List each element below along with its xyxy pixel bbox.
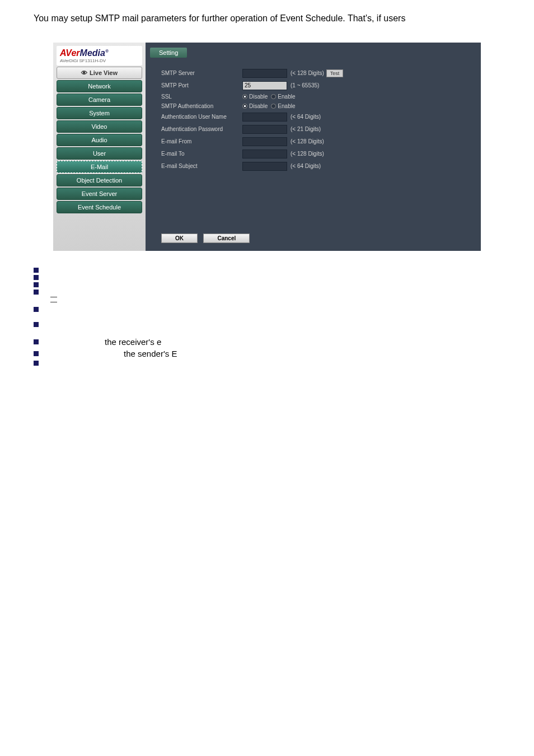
brand-logo: AVerMedia® AVerDiGi SF1311H-DV [57,46,142,66]
auth-user-input[interactable] [242,113,287,122]
config-screenshot: AVerMedia® AVerDiGi SF1311H-DV 👁 Live Vi… [53,43,481,251]
dash-icon [50,297,57,297]
sidebar-item-event-schedule[interactable]: Event Schedule [57,201,142,213]
sidebar-item-object-detection[interactable]: Object Detection [57,174,142,186]
sidebar-item-system[interactable]: System [57,107,142,119]
bullet-icon [34,307,39,312]
label-email-from: E-mail From [161,138,242,144]
row-email-subject: E-mail Subject (< 64 Digits) [161,162,465,171]
bullet-icon [34,282,39,287]
label-smtp-server: SMTP Server [161,70,242,76]
row-auth-pass: Authentication Password (< 21 Digits) [161,125,465,134]
main-panel: Setting SMTP Server (< 128 Digits) Test … [146,43,481,251]
sidebar: AVerMedia® AVerDiGi SF1311H-DV 👁 Live Vi… [53,43,146,251]
bullet-icon [34,268,39,273]
bullet-icon [34,339,39,344]
email-to-input[interactable] [242,150,287,158]
radio-icon [271,94,276,99]
label-auth-user: Authentication User Name [161,114,242,120]
hint-auth-pass: (< 21 Digits) [291,126,321,132]
sidebar-item-audio[interactable]: Audio [57,134,142,146]
label-smtp-auth: SMTP Authentication [161,103,242,109]
label-ssl: SSL [161,94,242,100]
bullet-icon [34,361,39,366]
hint-smtp-server: (< 128 Digits) [291,70,324,76]
row-auth-user: Authentication User Name (< 64 Digits) [161,113,465,122]
bullet-icon [34,351,39,356]
sidebar-item-email[interactable]: E-Mail [57,161,142,173]
dash-icon [50,302,57,302]
sidebar-item-user[interactable]: User [57,147,142,160]
ssl-disable-radio[interactable]: Disable [242,94,268,100]
row-email-to: E-mail To (< 128 Digits) [161,150,465,158]
hint-email-to: (< 128 Digits) [291,151,324,157]
email-from-input[interactable] [242,137,287,146]
row-email-from: E-mail From (< 128 Digits) [161,137,465,146]
smtp-server-input[interactable] [242,69,287,78]
hint-auth-user: (< 64 Digits) [291,114,321,120]
smtp-port-input[interactable] [242,81,287,90]
label-smtp-port: SMTP Port [161,82,242,88]
bullet-icon [34,275,39,280]
ok-button[interactable]: OK [161,234,198,243]
button-row: OK Cancel [150,232,476,243]
row-smtp-auth: SMTP Authentication Disable Enable [161,103,465,109]
hint-smtp-port: (1 ~ 65535) [291,82,319,88]
eye-icon: 👁 [81,69,87,76]
intro-paragraph: You may setup SMTP mail parameters for f… [0,0,534,43]
row-smtp-server: SMTP Server (< 128 Digits) Test [161,69,465,78]
live-view-button[interactable]: 👁 Live View [57,67,142,79]
bullet-icon [34,322,39,327]
sidebar-item-network[interactable]: Network [57,80,142,92]
tab-setting[interactable]: Setting [150,48,187,58]
bullet-text-sender: the sender's E [44,349,177,358]
cancel-button[interactable]: Cancel [203,234,250,243]
label-email-subject: E-mail Subject [161,163,242,169]
auth-disable-radio[interactable]: Disable [242,103,268,109]
test-button[interactable]: Test [326,69,344,77]
label-email-to: E-mail To [161,151,242,157]
hint-email-from: (< 128 Digits) [291,138,324,144]
sidebar-item-camera[interactable]: Camera [57,94,142,106]
bullet-icon [34,290,39,295]
row-smtp-port: SMTP Port (1 ~ 65535) [161,81,465,90]
email-subject-input[interactable] [242,162,287,171]
form-area: SMTP Server (< 128 Digits) Test SMTP Por… [150,69,476,171]
label-auth-pass: Authentication Password [161,126,242,132]
hint-email-subject: (< 64 Digits) [291,163,321,169]
radio-icon [271,104,276,109]
row-ssl: SSL Disable Enable [161,94,465,100]
radio-icon [242,104,247,109]
sidebar-item-video[interactable]: Video [57,120,142,133]
bullet-list: the receiver's e the sender's E [0,262,534,374]
bullet-text-receiver: the receiver's e [44,337,161,347]
sidebar-item-event-server[interactable]: Event Server [57,188,142,200]
ssl-enable-radio[interactable]: Enable [271,94,295,100]
auth-pass-input[interactable] [242,125,287,134]
auth-enable-radio[interactable]: Enable [271,103,295,109]
radio-icon [242,94,247,99]
